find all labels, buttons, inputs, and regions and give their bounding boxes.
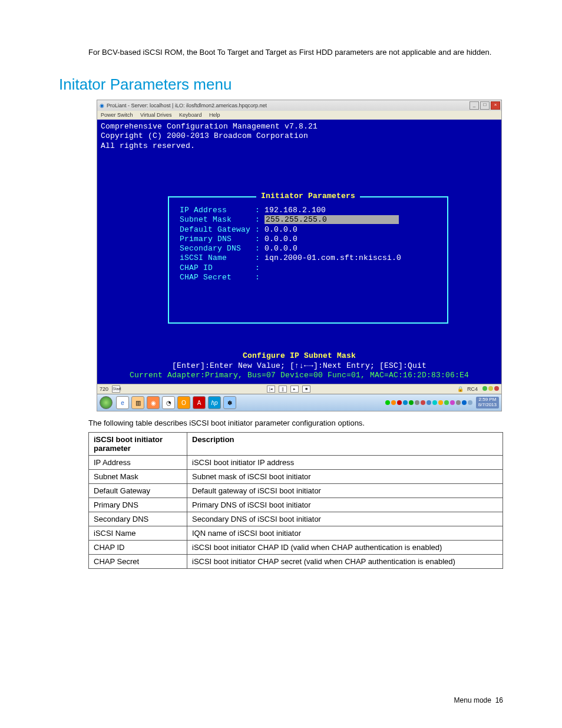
- param-value[interactable]: 0.0.0.0: [265, 244, 297, 253]
- lock-icon: 🔒: [457, 386, 464, 392]
- encryption-label: RC4: [467, 386, 478, 392]
- table-row: CHAP SecretiSCSI boot initiator CHAP sec…: [89, 555, 503, 569]
- param-name-cell: IP Address: [89, 456, 187, 470]
- tray-icon[interactable]: [421, 400, 425, 405]
- tray-icon[interactable]: [403, 400, 408, 405]
- close-icon[interactable]: ×: [491, 101, 500, 110]
- minimize-icon[interactable]: _: [470, 101, 479, 110]
- param-desc-cell: Default gateway of iSCSI boot initiator: [187, 484, 503, 498]
- table-header: Description: [187, 433, 503, 456]
- hp-logo-icon: ◉: [100, 103, 104, 108]
- adapter-info-line: Current Adapter:Primary, Bus=07 Device=0…: [97, 371, 501, 380]
- param-label: CHAP ID: [180, 263, 250, 272]
- menu-help[interactable]: Help: [209, 112, 220, 118]
- tray-icon[interactable]: [444, 400, 449, 405]
- param-label: Primary DNS: [180, 235, 250, 243]
- start-orb-icon[interactable]: [100, 396, 113, 409]
- param-desc-cell: Primary DNS of iSCSI boot initiator: [187, 498, 503, 512]
- hp-icon[interactable]: hp: [208, 396, 221, 409]
- table-row: iSCSI NameIQN name of iSCSI boot initiat…: [89, 526, 503, 541]
- tray-icon[interactable]: [427, 400, 431, 405]
- playback-play-icon[interactable]: ▸: [290, 386, 299, 393]
- param-label: Secondary DNS: [180, 244, 250, 253]
- windows-taskbar: e ▥ ◉ ◔ O A hp ✽: [97, 394, 501, 411]
- ilo-statusbar: 720 Start |◂ || ▸ ■ 🔒 RC4: [97, 384, 501, 394]
- tray-icon[interactable]: [462, 400, 467, 405]
- bios-terminal: Comprehensive Configuration Management v…: [97, 120, 501, 384]
- initiator-params-box: Initiator Parameters IP Address : 192.16…: [168, 196, 448, 324]
- param-value[interactable]: 0.0.0.0: [265, 235, 297, 243]
- box-title: Initiator Parameters: [256, 192, 360, 201]
- maximize-icon[interactable]: □: [480, 101, 490, 110]
- param-row[interactable]: Subnet Mask : 255.255.255.0: [180, 215, 437, 225]
- tray-icon[interactable]: [456, 400, 461, 405]
- tray-icon[interactable]: [409, 400, 414, 405]
- explorer-icon[interactable]: ▥: [131, 396, 144, 409]
- param-label: CHAP Secret: [180, 273, 250, 282]
- table-row: Secondary DNSSecondary DNS of iSCSI boot…: [89, 512, 503, 526]
- table-intro: The following table describes iSCSI boot…: [88, 419, 503, 427]
- param-name-cell: iSCSI Name: [89, 526, 187, 541]
- param-desc-cell: iSCSI boot initiator IP address: [187, 456, 503, 470]
- adobe-icon[interactable]: A: [193, 396, 206, 409]
- tray-icon[interactable]: [391, 400, 396, 405]
- intro-paragraph: For BCV-based iSCSI ROM, the Boot To Tar…: [88, 47, 503, 58]
- table-row: IP AddressiSCSI boot initiator IP addres…: [89, 456, 503, 470]
- tray-icon[interactable]: [397, 400, 402, 405]
- param-desc-cell: iSCSI boot initiator CHAP ID (valid when…: [187, 541, 503, 555]
- status-resolution: 720: [100, 386, 108, 392]
- param-row[interactable]: CHAP ID :: [180, 263, 437, 273]
- param-desc-cell: IQN name of iSCSI boot initiator: [187, 526, 503, 541]
- status-lamps: [481, 386, 499, 392]
- playback-pause-icon[interactable]: ||: [279, 386, 287, 393]
- param-row[interactable]: IP Address : 192.168.2.100: [180, 206, 437, 215]
- playback-stop-icon[interactable]: ■: [302, 386, 310, 393]
- parameter-description-table: iSCSI boot initiator parameter Descripti…: [88, 432, 503, 569]
- param-label: iSCSI Name: [180, 253, 250, 262]
- window-titlebar: ◉ ProLiant - Server: localhost | iLO: il…: [97, 100, 501, 111]
- param-row[interactable]: Primary DNS : 0.0.0.0: [180, 235, 437, 244]
- param-row[interactable]: Secondary DNS : 0.0.0.0: [180, 244, 437, 253]
- param-label: Default Gateway: [180, 225, 250, 234]
- param-row[interactable]: iSCSI Name : iqn.2000-01.com.sft:nkiscsi…: [180, 253, 437, 263]
- tray-icon[interactable]: [432, 400, 437, 405]
- param-row[interactable]: CHAP Secret :: [180, 273, 437, 282]
- tray-icon[interactable]: [438, 400, 443, 405]
- tray-icon[interactable]: [468, 400, 472, 405]
- tray-icon[interactable]: [385, 400, 390, 405]
- table-row: Primary DNSPrimary DNS of iSCSI boot ini…: [89, 498, 503, 512]
- param-value[interactable]: 255.255.255.0: [265, 215, 399, 224]
- menu-keyboard[interactable]: Keyboard: [179, 112, 202, 118]
- page-footer: Menu mode 16: [454, 696, 503, 704]
- terminal-header-line: Comprehensive Configuration Management v…: [101, 122, 498, 131]
- param-desc-cell: Secondary DNS of iSCSI boot initiator: [187, 512, 503, 526]
- window-menubar: Power Switch Virtual Drives Keyboard Hel…: [97, 111, 501, 120]
- chrome-icon[interactable]: ◔: [162, 396, 175, 409]
- param-label: IP Address: [180, 206, 250, 215]
- tray-icon[interactable]: [450, 400, 455, 405]
- param-value[interactable]: 0.0.0.0: [265, 225, 297, 234]
- ie-icon[interactable]: e: [116, 396, 129, 409]
- config-hint-keys: [Enter]:Enter New Value; [↑↓←→]:Next Ent…: [97, 361, 501, 371]
- tray-icon[interactable]: [415, 400, 419, 405]
- firefox-icon[interactable]: ◉: [147, 396, 160, 409]
- param-name-cell: CHAP ID: [89, 541, 187, 555]
- section-heading: Initator Parameters menu: [59, 75, 503, 94]
- playback-prev-icon[interactable]: |◂: [267, 386, 275, 393]
- start-button[interactable]: Start: [112, 386, 120, 393]
- param-desc-cell: Subnet mask of iSCSI boot initiator: [187, 470, 503, 484]
- param-name-cell: Primary DNS: [89, 498, 187, 512]
- param-name-cell: CHAP Secret: [89, 555, 187, 569]
- app-icon[interactable]: ✽: [223, 396, 236, 409]
- param-value[interactable]: iqn.2000-01.com.sft:nkiscsi.0: [265, 253, 401, 262]
- office-icon[interactable]: O: [177, 396, 190, 409]
- window-title: ProLiant - Server: localhost | iLO: ilos…: [107, 103, 267, 108]
- param-name-cell: Default Gateway: [89, 484, 187, 498]
- ilo-screenshot: ◉ ProLiant - Server: localhost | iLO: il…: [97, 100, 502, 411]
- param-row[interactable]: Default Gateway : 0.0.0.0: [180, 225, 437, 235]
- menu-power-switch[interactable]: Power Switch: [101, 112, 133, 118]
- menu-virtual-drives[interactable]: Virtual Drives: [140, 112, 171, 118]
- param-value[interactable]: 192.168.2.100: [265, 206, 326, 215]
- taskbar-clock[interactable]: 2:59 PM 8/7/2013: [476, 397, 499, 409]
- table-row: Subnet MaskSubnet mask of iSCSI boot ini…: [89, 470, 503, 484]
